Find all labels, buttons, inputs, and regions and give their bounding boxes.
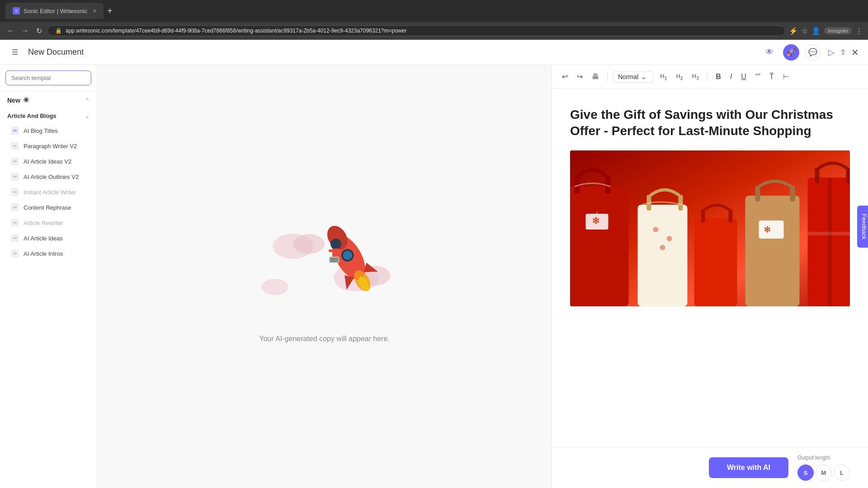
svg-point-31 [660,245,665,250]
h1-button[interactable]: H1 [657,71,670,83]
paragraph-writer-icon: ✏ [11,142,19,150]
svg-point-1 [293,234,325,254]
close-document-button[interactable]: ✕ [851,47,859,58]
sidebar-item-label: Instant Article Writer [24,189,76,196]
italic-button[interactable]: I [727,71,735,83]
share-button[interactable]: ⇧ [840,48,846,56]
write-with-ai-button[interactable]: Write with AI [709,457,788,478]
sidebar-item-label: Content Rephrase [24,204,71,211]
toolbar-separator-1 [607,72,608,81]
editor-content[interactable]: Give the Gift of Savings with Our Christ… [552,89,868,447]
ai-article-ideas-icon: ✏ [11,234,19,242]
sidebar-item-label: AI Article Ideas [24,235,63,242]
tab-title: Sonic Editor | Writesonic [24,8,87,14]
bottom-panel: Write with AI Output length S M L [552,447,868,488]
sparkle-icon: ✳ [23,96,29,104]
dropdown-chevron-icon: ⌄ [641,73,646,80]
hamburger-menu-button[interactable]: ☰ [9,46,21,58]
chat-button[interactable]: 💬 [805,44,821,61]
underline-button[interactable]: U [738,71,749,83]
browser-nav: ← → ↻ 🔒 app.writesonic.com/template/47ce… [0,22,868,40]
app-header: ☰ New Document 👁 🚀 💬 ▷ ⇧ ✕ [0,40,868,65]
quote-button[interactable]: “” [753,71,763,83]
new-section-header[interactable]: New ✳ ⌃ [0,91,97,109]
length-s-button[interactable]: S [797,465,814,481]
article-section-header[interactable]: Article And Blogs ⌄ [0,109,97,123]
back-button[interactable]: ← [5,25,16,37]
length-l-button[interactable]: L [834,465,850,481]
sidebar-section-new: New ✳ ⌃ [0,91,97,109]
style-dropdown[interactable]: Normal ⌄ [613,71,654,83]
h3-button[interactable]: H3 [689,71,702,83]
svg-rect-45 [808,232,850,235]
lock-icon: 🔒 [55,28,62,34]
feedback-tab[interactable]: Feedback [857,206,868,248]
undo-button[interactable]: ↩ [559,70,571,83]
app: ☰ New Document 👁 🚀 💬 ▷ ⇧ ✕ New [0,40,868,488]
menu-dots-icon[interactable]: ⋮ [855,27,863,35]
style-label: Normal [618,73,638,80]
tab-favicon: S [13,7,20,14]
length-m-button[interactable]: M [816,465,832,481]
document-title: New Document [28,47,754,57]
article-ideas-v2-icon: ✏ [11,157,19,165]
rocket-svg [257,210,392,328]
svg-rect-43 [846,168,850,183]
output-length-label: Output length [797,455,850,461]
profile-icon[interactable]: 👤 [811,27,821,35]
extensions-icon[interactable]: ⚡ [789,27,798,35]
svg-rect-35 [745,196,800,306]
print-button[interactable]: 🖶 [589,71,602,83]
sidebar-item-paragraph-writer[interactable]: ✏ Paragraph Writer V2 [0,138,97,154]
header-right: ▷ ⇧ ✕ [828,47,859,58]
main-content: New ✳ ⌃ Article And Blogs ⌄ ✏ AI Blog Ti [0,65,868,488]
sidebar-item-article-rewriter[interactable]: ✏ Article Rewriter [0,215,97,230]
output-length-container: Output length S M L [797,455,850,481]
svg-rect-44 [828,178,832,306]
bold-button[interactable]: B [713,71,724,83]
svg-rect-28 [679,195,683,211]
rocket-button[interactable]: 🚀 [783,44,799,61]
svg-rect-34 [729,209,733,223]
article-image-svg: ❄ [570,150,850,306]
format-button[interactable]: T̈ [767,70,777,83]
refresh-button[interactable]: ↻ [34,25,44,37]
svg-text:❄: ❄ [764,225,771,235]
preview-button[interactable]: 👁 [761,44,778,61]
svg-point-13 [330,239,341,249]
sidebar-item-instant-article[interactable]: ✏ Instant Article Writer [0,184,97,200]
sidebar-item-article-ideas-v2[interactable]: ✏ AI Article Ideas V2 [0,154,97,169]
redo-button[interactable]: ↪ [574,70,585,83]
svg-rect-22 [605,175,611,193]
nav-actions: ⚡ ☆ 👤 Incognito ⋮ [789,27,863,35]
sidebar: New ✳ ⌃ Article And Blogs ⌄ ✏ AI Blog Ti [0,65,97,488]
browser-tab[interactable]: S Sonic Editor | Writesonic × [5,3,104,19]
svg-rect-21 [575,175,580,193]
sidebar-item-ai-article-ideas[interactable]: ✏ AI Article Ideas [0,230,97,246]
bookmark-icon[interactable]: ☆ [802,27,808,35]
h2-button[interactable]: H2 [673,71,685,83]
toolbar-separator-2 [707,72,708,81]
svg-rect-33 [701,209,705,223]
address-bar[interactable]: 🔒 app.writesonic.com/template/47cee4b9-d… [47,25,785,36]
align-button[interactable]: ⊢ [780,70,792,83]
svg-rect-20 [570,187,629,306]
url-text: app.writesonic.com/template/47cee4b9-d69… [66,28,406,34]
svg-rect-16 [337,249,341,252]
sidebar-item-ai-blog-titles[interactable]: ✏ AI Blog Titles [0,123,97,138]
sidebar-item-ai-article-intros[interactable]: ✏ AI Article Intros [0,246,97,261]
svg-rect-15 [329,249,333,252]
sidebar-item-label: AI Article Ideas V2 [24,158,71,165]
sidebar-scroll: New ✳ ⌃ Article And Blogs ⌄ ✏ AI Blog Ti [0,91,97,488]
search-input[interactable] [5,70,91,85]
tab-close-button[interactable]: × [93,7,96,14]
article-rewriter-icon: ✏ [11,219,19,227]
sidebar-item-article-outlines[interactable]: ✏ AI Article Outlines V2 [0,169,97,184]
forward-button[interactable]: → [20,25,31,37]
sidebar-item-content-rephrase[interactable]: ✏ Content Rephrase [0,200,97,215]
incognito-badge: Incognito [824,27,852,34]
play-button[interactable]: ▷ [828,47,835,57]
placeholder-text: Your AI-generated copy will appear here. [259,335,389,343]
search-container [0,65,97,91]
new-tab-button[interactable]: + [107,6,113,16]
